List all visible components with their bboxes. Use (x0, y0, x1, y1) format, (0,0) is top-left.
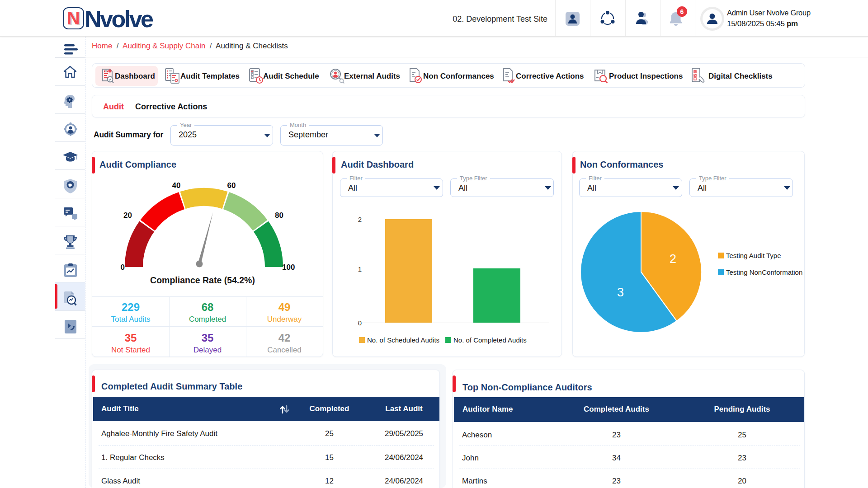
svg-text:3: 3 (617, 286, 624, 299)
svg-text:100: 100 (282, 263, 295, 272)
svg-text:0: 0 (121, 263, 125, 272)
svg-text:2: 2 (670, 252, 676, 266)
svg-text:80: 80 (275, 211, 283, 220)
svg-text:40: 40 (172, 181, 181, 190)
svg-text:20: 20 (123, 211, 132, 220)
svg-text:60: 60 (227, 181, 236, 190)
